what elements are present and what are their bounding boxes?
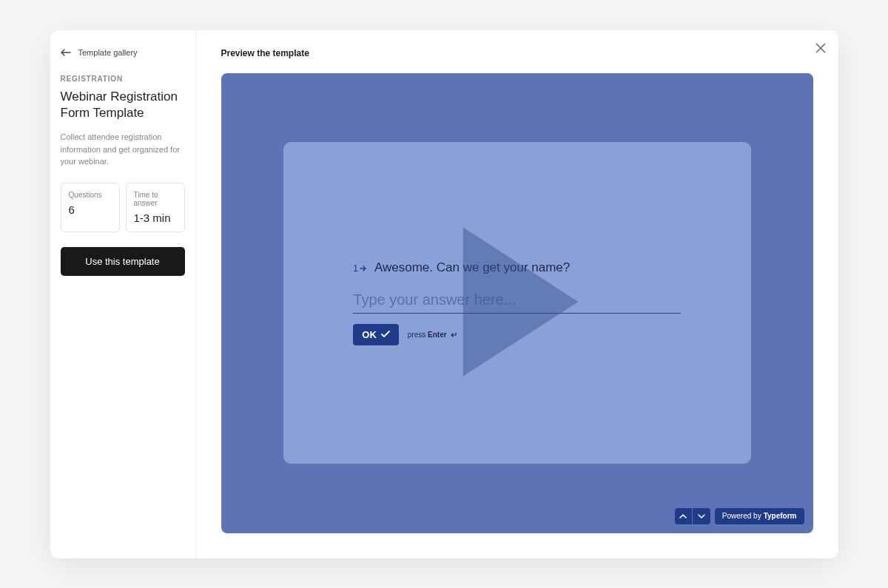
preview-heading: Preview the template: [221, 48, 813, 58]
close-icon: [815, 43, 826, 53]
chevron-up-icon: [679, 513, 687, 519]
question-number-text: 1: [353, 263, 358, 274]
stat-questions-value: 6: [69, 203, 112, 216]
powered-brand: Typeform: [764, 512, 797, 520]
stat-questions-label: Questions: [69, 191, 112, 199]
arrow-left-icon: [61, 49, 71, 56]
nav-buttons: [675, 508, 710, 524]
main-area: Preview the template 1 Awesome. Can we g…: [196, 30, 838, 558]
play-icon: [447, 220, 588, 383]
nav-down-button[interactable]: [693, 508, 710, 524]
enter-hint-prefix: press: [408, 331, 428, 339]
ok-button-label: OK: [362, 329, 377, 340]
powered-prefix: Powered by: [722, 512, 761, 520]
template-description: Collect attendee registration informatio…: [61, 131, 185, 168]
template-modal: Template gallery REGISTRATION Webinar Re…: [50, 30, 838, 558]
stat-time: Time to answer 1-3 min: [126, 183, 185, 232]
chevron-down-icon: [698, 513, 705, 519]
close-button[interactable]: [813, 41, 828, 55]
template-title: Webinar Registration Form Template: [61, 89, 185, 123]
bottom-controls: Powered by Typeform: [675, 508, 804, 524]
stats-row: Questions 6 Time to answer 1-3 min: [61, 183, 185, 232]
stat-time-value: 1-3 min: [134, 212, 177, 224]
back-link-label: Template gallery: [78, 48, 138, 57]
enter-hint-key: Enter: [428, 331, 447, 339]
ok-button[interactable]: OK: [353, 324, 399, 345]
back-link[interactable]: Template gallery: [61, 48, 185, 57]
powered-by-badge[interactable]: Powered by Typeform: [715, 508, 804, 524]
preview-frame-outer: 1 Awesome. Can we get your name? OK pres…: [221, 73, 813, 533]
sidebar: Template gallery REGISTRATION Webinar Re…: [50, 30, 196, 558]
category-label: REGISTRATION: [61, 75, 185, 83]
question-number: 1: [353, 263, 367, 274]
stat-questions: Questions 6: [61, 183, 120, 232]
arrow-right-icon: [360, 266, 367, 271]
nav-up-button[interactable]: [675, 508, 693, 524]
check-icon: [381, 331, 390, 338]
use-template-button[interactable]: Use this template: [61, 247, 185, 276]
stat-time-label: Time to answer: [134, 191, 177, 207]
play-button[interactable]: [447, 220, 588, 386]
